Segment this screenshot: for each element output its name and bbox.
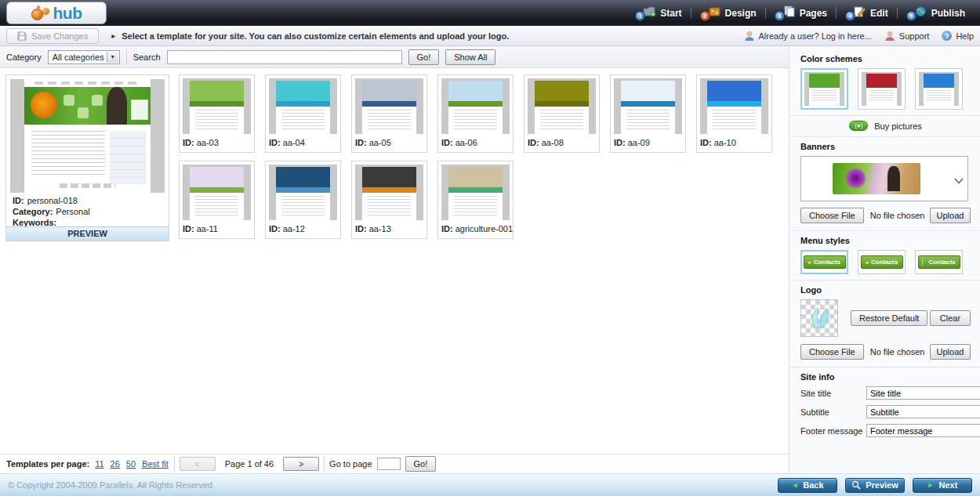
divider xyxy=(789,367,980,367)
nav-start[interactable]: 1 Start xyxy=(626,5,690,21)
goto-go-button[interactable]: Go! xyxy=(405,456,437,472)
banner-choose-file-button[interactable]: Choose File xyxy=(800,208,864,223)
template-thumbnail xyxy=(614,78,682,134)
nav-design[interactable]: 2 Design xyxy=(691,5,765,21)
menu-style-option[interactable]: ▏Contacts xyxy=(915,250,963,274)
topbar: hub 1 Start 2 Design xyxy=(0,0,980,26)
preview-button-footer[interactable]: Preview xyxy=(845,478,905,493)
search-go-button[interactable]: Go! xyxy=(408,49,440,65)
user-icon xyxy=(744,31,755,42)
copyright-text: © Copyright 2004-2009 Parallels. All Rig… xyxy=(8,480,215,490)
template-card[interactable]: ID:aa-05 xyxy=(351,74,427,153)
divider xyxy=(126,49,127,65)
search-label: Search xyxy=(133,52,161,62)
preview-button[interactable]: PREVIEW xyxy=(6,226,169,241)
footer-message-input[interactable] xyxy=(866,424,980,437)
template-card[interactable]: ID:aa-06 xyxy=(437,74,514,153)
toolbar: Save Changes ▸ Select a template for you… xyxy=(0,26,980,46)
subtitle-input[interactable] xyxy=(866,405,980,418)
login-link[interactable]: Already a user? Log in here... xyxy=(744,31,872,42)
template-thumbnail xyxy=(441,78,510,134)
prev-page-button[interactable]: < xyxy=(180,457,216,471)
help-link[interactable]: ? Help xyxy=(942,31,974,41)
per-page-label: Templates per page: xyxy=(6,459,89,469)
edit-icon: 4 xyxy=(845,5,866,21)
template-grid-row: ID:aa-03 ID:aa-04 ID:aa-05 ID:aa-06 ID:a… xyxy=(179,74,772,153)
template-gallery: ID:personal-018 Category:Personal Keywor… xyxy=(0,68,789,454)
template-card[interactable]: ID:aa-10 xyxy=(696,74,772,153)
hub-logo-text: hub xyxy=(53,5,82,21)
template-thumbnail xyxy=(269,165,337,220)
template-card[interactable]: ID:aa-12 xyxy=(265,161,341,239)
site-info-title: Site info xyxy=(800,372,971,382)
design-icon: 2 xyxy=(700,5,721,21)
goto-page-label: Go to page xyxy=(329,459,372,469)
customization-sidebar: Color schemes (●) Buy pictures Banners C… xyxy=(789,46,980,473)
site-title-input[interactable] xyxy=(866,386,980,400)
template-thumbnail xyxy=(441,165,510,220)
template-card[interactable]: ID:agriculture-001 xyxy=(437,161,514,239)
template-card[interactable]: ID:aa-04 xyxy=(265,74,341,153)
back-button[interactable]: ◄ Back xyxy=(778,478,837,493)
breadcrumb-arrow-icon: ▸ xyxy=(111,31,115,40)
menu-style-option[interactable]: ▸Contacts xyxy=(800,250,848,274)
category-select[interactable]: All categories ▾ xyxy=(48,50,120,64)
divider xyxy=(789,280,980,281)
logo-title: Logo xyxy=(800,285,971,295)
show-all-button[interactable]: Show All xyxy=(445,49,495,65)
per-page-11[interactable]: 11 xyxy=(95,459,103,469)
divider xyxy=(324,456,325,472)
next-button[interactable]: ► Next xyxy=(913,478,972,493)
nav-edit[interactable]: 4 Edit xyxy=(837,5,897,21)
template-thumbnail xyxy=(183,78,251,134)
per-page-50[interactable]: 50 xyxy=(126,459,136,469)
site-title-label: Site title xyxy=(800,389,866,398)
nav-publish[interactable]: 5 Publish xyxy=(898,5,974,21)
publish-icon: 5 xyxy=(906,5,927,21)
filter-bar: Category All categories ▾ Search Go! Sho… xyxy=(0,46,789,68)
restore-default-button[interactable]: Restore Default xyxy=(851,310,927,326)
save-icon xyxy=(17,31,27,41)
logo-upload-button[interactable]: Upload xyxy=(930,344,971,360)
template-card[interactable]: ID:aa-13 xyxy=(351,161,427,239)
template-thumbnail xyxy=(269,78,337,134)
logo-petals-icon xyxy=(808,304,831,332)
template-card[interactable]: ID:aa-03 xyxy=(179,74,255,153)
banner-upload-button[interactable]: Upload xyxy=(930,208,971,223)
support-link[interactable]: Support xyxy=(884,31,930,42)
featured-category: Category:Personal xyxy=(13,206,90,217)
color-scheme-blue[interactable] xyxy=(915,68,963,110)
per-page-best-fit[interactable]: Best fit xyxy=(142,459,169,469)
divider xyxy=(789,136,980,137)
search-input[interactable] xyxy=(167,50,402,64)
color-scheme-green[interactable] xyxy=(800,68,848,110)
category-label: Category xyxy=(6,52,42,62)
instruction-text: Select a template for your site. You can… xyxy=(122,31,509,41)
divider xyxy=(789,230,980,231)
logo-choose-file-button[interactable]: Choose File xyxy=(800,344,864,360)
clear-logo-button[interactable]: Clear xyxy=(930,310,971,326)
goto-page-input[interactable] xyxy=(377,458,401,470)
template-grid-row: ID:aa-11 ID:aa-12 ID:aa-13 ID:agricultur… xyxy=(179,161,514,239)
template-card[interactable]: ID:aa-09 xyxy=(610,74,686,153)
template-card[interactable]: ID:aa-11 xyxy=(179,161,255,239)
menu-styles: ▸Contacts ●Contacts ▏Contacts xyxy=(800,250,971,274)
pagination-bar: Templates per page: 11 26 50 Best fit < … xyxy=(0,454,789,473)
hub-logo[interactable]: hub xyxy=(6,2,107,24)
template-card[interactable]: ID:aa-08 xyxy=(524,74,600,153)
support-icon xyxy=(884,31,895,42)
featured-template-card[interactable]: ID:personal-018 Category:Personal Keywor… xyxy=(5,74,169,241)
banner-select[interactable] xyxy=(800,156,968,201)
buy-pictures-link[interactable]: (●) Buy pictures xyxy=(800,121,971,131)
menu-styles-title: Menu styles xyxy=(800,236,971,245)
color-scheme-red[interactable] xyxy=(858,68,906,110)
save-changes-button[interactable]: Save Changes xyxy=(6,28,99,44)
per-page-26[interactable]: 26 xyxy=(111,459,120,469)
menu-style-option[interactable]: ●Contacts xyxy=(858,250,906,274)
buy-pictures-icon: (●) xyxy=(849,121,868,131)
nav-pages[interactable]: 3 Pages xyxy=(766,5,836,21)
next-page-button[interactable]: > xyxy=(283,457,319,471)
top-navigation: 1 Start 2 Design 3 Pages xyxy=(626,0,974,26)
hub-logo-icon xyxy=(31,5,49,20)
template-thumbnail xyxy=(700,78,768,134)
